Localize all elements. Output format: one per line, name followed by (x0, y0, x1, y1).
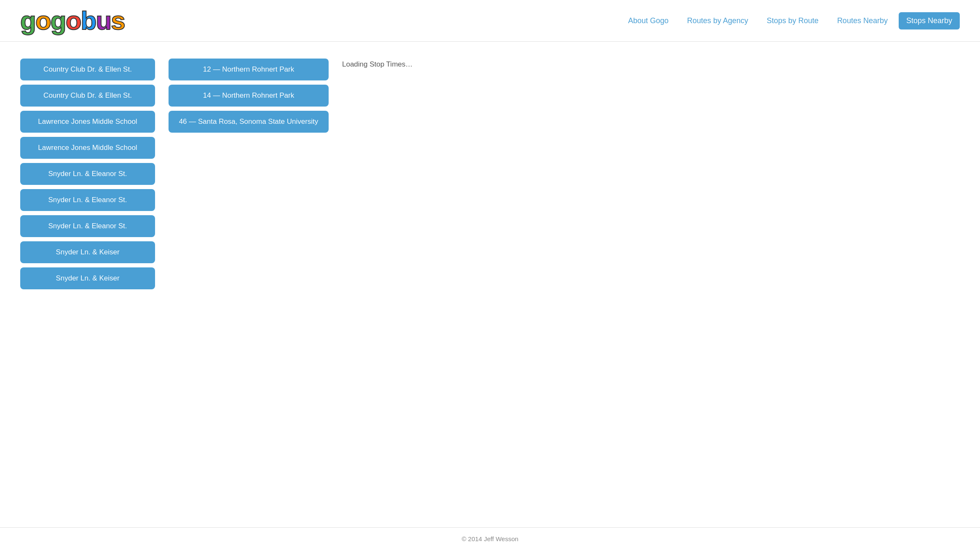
nav-routes-by-agency[interactable]: Routes by Agency (680, 12, 756, 29)
stop-button-3[interactable]: Lawrence Jones Middle School (20, 137, 155, 159)
main-content: Country Club Dr. & Ellen St.Country Club… (0, 42, 980, 527)
stop-button-2[interactable]: Lawrence Jones Middle School (20, 111, 155, 133)
nav-about-gogo[interactable]: About Gogo (621, 12, 676, 29)
logo-letter-g2: g (51, 6, 66, 35)
stop-button-5[interactable]: Snyder Ln. & Eleanor St. (20, 189, 155, 211)
stop-button-0[interactable]: Country Club Dr. & Ellen St. (20, 59, 155, 80)
main-nav: About Gogo Routes by Agency Stops by Rou… (621, 12, 960, 29)
stop-times-column: Loading Stop Times… (342, 59, 960, 69)
route-button-2[interactable]: 46 — Santa Rosa, Sonoma State University (169, 111, 329, 133)
stop-button-7[interactable]: Snyder Ln. & Keiser (20, 241, 155, 263)
logo-letter-b: b (81, 6, 96, 35)
logo-letter-o1: o (35, 6, 51, 35)
header: gogobus About Gogo Routes by Agency Stop… (0, 0, 980, 42)
route-button-1[interactable]: 14 — Northern Rohnert Park (169, 85, 329, 107)
stop-button-6[interactable]: Snyder Ln. & Eleanor St. (20, 215, 155, 237)
route-button-0[interactable]: 12 — Northern Rohnert Park (169, 59, 329, 80)
stop-button-1[interactable]: Country Club Dr. & Ellen St. (20, 85, 155, 107)
nav-stops-nearby[interactable]: Stops Nearby (899, 12, 960, 29)
footer: © 2014 Jeff Wesson (0, 527, 980, 550)
nav-stops-by-route[interactable]: Stops by Route (759, 12, 826, 29)
logo-letter-g1: g (20, 6, 35, 35)
logo-letter-o2: o (66, 6, 81, 35)
logo-letter-u: u (96, 6, 111, 35)
stops-column: Country Club Dr. & Ellen St.Country Club… (20, 59, 155, 289)
stop-button-8[interactable]: Snyder Ln. & Keiser (20, 267, 155, 289)
routes-column: 12 — Northern Rohnert Park14 — Northern … (169, 59, 329, 133)
logo-text: gogobus (20, 8, 125, 34)
logo-letter-s: s (111, 6, 124, 35)
logo: gogobus (20, 8, 125, 34)
loading-stop-times: Loading Stop Times… (342, 60, 412, 68)
stop-button-4[interactable]: Snyder Ln. & Eleanor St. (20, 163, 155, 185)
nav-routes-nearby[interactable]: Routes Nearby (830, 12, 895, 29)
copyright-text: © 2014 Jeff Wesson (462, 535, 519, 542)
